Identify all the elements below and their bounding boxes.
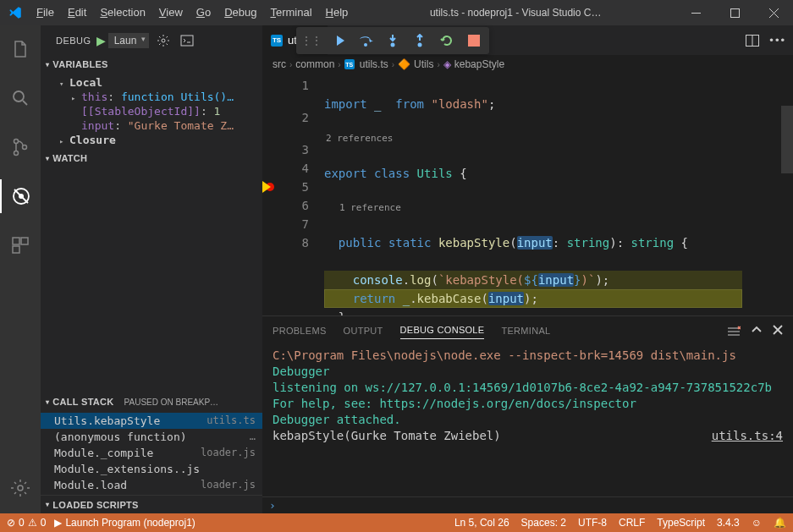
svg-rect-1 (730, 8, 739, 17)
explorer-icon[interactable] (0, 32, 41, 66)
typescript-file-icon: TS (344, 59, 355, 69)
scope-closure[interactable]: ▸Closure (41, 133, 262, 147)
loadedscripts-section-header[interactable]: ▾LOADED SCRIPTS (41, 495, 262, 513)
svg-rect-10 (13, 246, 19, 253)
window-controls (676, 0, 793, 25)
status-spaces[interactable]: Spaces: 2 (521, 517, 566, 529)
breadcrumb-item[interactable]: src (273, 58, 286, 70)
window-title: utils.ts - nodeproj1 - Visual Studio C… (355, 7, 676, 19)
svg-rect-9 (21, 238, 28, 244)
tab-output[interactable]: OUTPUT (344, 322, 383, 339)
collapse-panel-icon[interactable] (751, 325, 763, 337)
step-out-button[interactable] (408, 29, 432, 52)
var-stableid[interactable]: [[StableObjectId]]: 1 (41, 104, 262, 118)
codelens[interactable]: 2 references (324, 132, 742, 145)
status-errors[interactable]: ⊘0 ⚠0 (7, 517, 46, 529)
variables-section-header[interactable]: ▾VARIABLES (41, 55, 262, 74)
titlebar: FFileile Edit Selection View Go Debug Te… (0, 0, 793, 25)
status-cursor[interactable]: Ln 5, Col 26 (454, 517, 509, 529)
activity-bar (0, 25, 41, 513)
var-input[interactable]: input: "Gurke Tomate Z… (41, 118, 262, 133)
more-actions-icon[interactable]: ••• (769, 34, 786, 47)
call-frame[interactable]: Module._extensions..js (41, 461, 262, 477)
maximize-button[interactable] (715, 0, 754, 25)
tab-debug-console[interactable]: DEBUG CONSOLE (400, 321, 485, 339)
editor-tabs: TS utils.ts ⋮⋮ ••• (262, 25, 793, 55)
debug-sidebar: DEBUG ▶ Laun ▾VARIABLES ▾Local ▸this: fu… (41, 25, 262, 513)
status-launch[interactable]: ▶ Launch Program (nodeproj1) (54, 517, 195, 529)
svg-point-7 (19, 194, 24, 199)
breadcrumb-item[interactable]: common (295, 58, 334, 70)
stop-button[interactable] (462, 29, 486, 52)
continue-button[interactable] (327, 29, 350, 52)
debug-console-input[interactable]: › (262, 496, 793, 513)
settings-gear-icon[interactable] (0, 471, 41, 505)
menu-help[interactable]: Help (319, 0, 355, 25)
minimize-button[interactable] (676, 0, 715, 25)
breadcrumbs[interactable]: src› common› TSutils.ts› 🔶 Utils› ◈ keba… (262, 55, 793, 74)
minimap[interactable] (742, 74, 793, 315)
method-icon: ◈ (443, 58, 451, 70)
close-panel-icon[interactable] (773, 325, 783, 337)
tab-problems[interactable]: PROBLEMS (273, 322, 327, 339)
svg-point-2 (14, 91, 24, 101)
editor-body[interactable]: 1 2 3 4 5 6 7 8 import _ from "lodash"; … (262, 74, 793, 315)
search-icon[interactable] (0, 81, 41, 115)
source-link[interactable]: utils.ts:4 (712, 428, 783, 444)
breadcrumb-item[interactable]: Utils (414, 58, 433, 70)
extensions-icon[interactable] (0, 228, 41, 262)
source-control-icon[interactable] (0, 130, 41, 164)
menu-edit[interactable]: Edit (61, 0, 93, 25)
debug-config-select[interactable]: Laun (108, 33, 150, 48)
svg-point-14 (364, 43, 367, 47)
split-editor-icon[interactable] (746, 35, 759, 47)
debug-icon[interactable] (0, 179, 41, 213)
drag-handle-icon[interactable]: ⋮⋮ (300, 29, 323, 52)
var-this[interactable]: ▸this: function Utils()… (41, 90, 262, 104)
clear-console-icon[interactable] (727, 325, 741, 337)
close-button[interactable] (754, 0, 793, 25)
status-bar: ⊘0 ⚠0 ▶ Launch Program (nodeproj1) Ln 5,… (0, 513, 793, 532)
menu-debug[interactable]: Debug (218, 0, 263, 25)
code-content[interactable]: import _ from "lodash"; 2 references exp… (324, 74, 742, 315)
status-language[interactable]: TypeScript (657, 517, 705, 529)
step-into-button[interactable] (381, 29, 405, 52)
step-over-button[interactable] (354, 29, 377, 52)
menu-go[interactable]: Go (190, 0, 218, 25)
call-frame[interactable]: Module._compileloader.js (41, 445, 262, 461)
class-icon: 🔶 (398, 58, 410, 70)
vscode-logo-icon (0, 5, 30, 20)
tab-terminal[interactable]: TERMINAL (501, 322, 550, 339)
feedback-icon[interactable]: ☺ (752, 517, 762, 529)
menu-file[interactable]: FFileile (30, 0, 61, 25)
restart-button[interactable] (435, 29, 459, 52)
call-frame[interactable]: Utils.kebapStyleutils.ts (41, 413, 262, 429)
menu-view[interactable]: View (152, 0, 190, 25)
svg-rect-13 (181, 36, 193, 46)
breadcrumb-item[interactable]: utils.ts (360, 58, 388, 70)
status-ts-version[interactable]: 3.4.3 (717, 517, 740, 529)
debug-settings-icon[interactable] (154, 34, 173, 47)
menu-terminal[interactable]: Terminal (263, 0, 318, 25)
svg-rect-8 (13, 238, 19, 244)
call-frame[interactable]: (anonymous function)… (41, 429, 262, 445)
debug-console-output[interactable]: C:\Program Files\nodejs\node.exe --inspe… (262, 344, 793, 496)
watch-section-header[interactable]: ▾WATCH (41, 149, 262, 167)
svg-point-11 (18, 485, 23, 491)
start-debug-button[interactable]: ▶ (96, 34, 106, 47)
menu-selection[interactable]: Selection (93, 0, 151, 25)
glyph-margin[interactable] (262, 74, 278, 315)
call-frame[interactable]: Module.loadloader.js (41, 477, 262, 493)
minimap-slider[interactable] (781, 106, 793, 173)
scope-local[interactable]: ▾Local (41, 75, 262, 90)
status-encoding[interactable]: UTF-8 (578, 517, 607, 529)
notifications-icon[interactable]: 🔔 (774, 517, 786, 529)
breakpoint-icon[interactable] (266, 183, 274, 191)
debug-toolbar[interactable]: ⋮⋮ (296, 27, 489, 54)
debug-console-toggle-icon[interactable] (178, 35, 196, 47)
svg-point-16 (418, 43, 422, 47)
status-eol[interactable]: CRLF (619, 517, 645, 529)
codelens[interactable]: 1 reference (324, 201, 742, 215)
callstack-section-header[interactable]: ▾CALL STACKPAUSED ON BREAKP… (41, 392, 262, 411)
breadcrumb-item[interactable]: kebapStyle (454, 58, 504, 70)
